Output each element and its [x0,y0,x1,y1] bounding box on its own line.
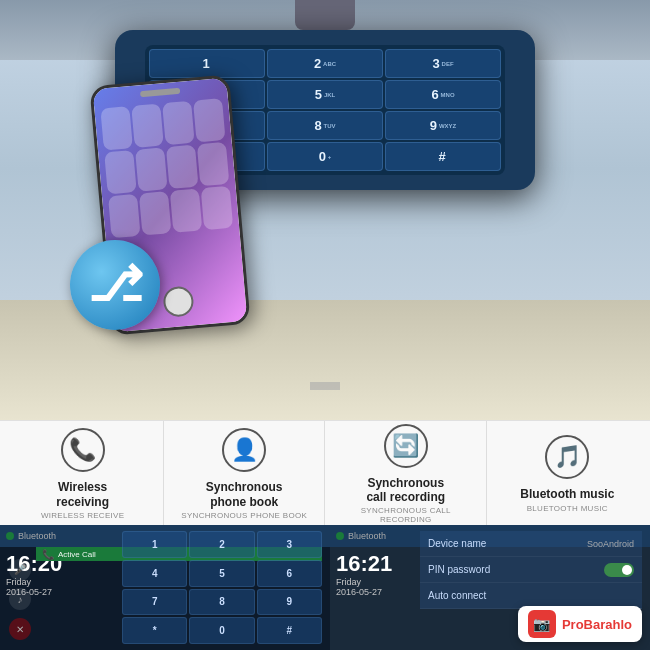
bl-dial-key: 8 [189,589,254,616]
call-bar-text: Active Call [58,550,96,559]
call-recording-icon: 🔄 [384,424,428,468]
bl-dial-grid: 123456789*0# [122,531,322,644]
feature-subtitle: SYNCHRONOUS PHONE BOOK [181,511,307,520]
feature-text: Synchronousphone book SYNCHRONOUS PHONE … [181,480,307,520]
br-datetime: 16:21 Friday 2016-05-27 [336,551,392,597]
feature-divider [324,421,325,526]
mirror-dial-key: 9WXYZ [385,111,501,140]
phone-app [193,98,226,142]
bl-dial-key: 2 [189,531,254,558]
features-bar: 📞 Wirelessreceiving WIRELESS RECEIVE 👤 S… [0,420,650,525]
bl-dial-key: 6 [257,560,322,587]
bl-dial-key: 0 [189,617,254,644]
feature-title: Synchronousphone book [181,480,307,509]
br-day: Friday [336,577,392,587]
feature-divider [486,421,487,526]
mirror-dial-key: 8TUV [267,111,383,140]
phone-app [162,101,195,145]
feature-item-wireless-receiving: 📞 Wirelessreceiving WIRELESS RECEIVE [18,426,148,520]
feature-icon-wrap: 📞 [59,426,107,474]
feature-subtitle: SYNCHRONOUS CALL RECORDING [341,506,471,524]
feature-item-phone-book: 👤 Synchronousphone book SYNCHRONOUS PHON… [179,426,309,520]
bl-end-icon: ✕ [9,618,31,640]
feature-text: Bluetooth music BLUETOOTH MUSIC [520,487,614,512]
feature-item-bluetooth-music: 🎵 Bluetooth music BLUETOOTH MUSIC [502,433,632,512]
bluetooth-symbol: ⎇ [88,261,143,309]
toggle-dot [622,565,632,575]
bluetooth-icon: ⎇ [70,240,160,330]
bl-dial-key: 7 [122,589,187,616]
feature-text: Synchronouscall recording SYNCHRONOUS CA… [341,476,471,525]
feature-item-call-recording: 🔄 Synchronouscall recording SYNCHRONOUS … [341,422,471,525]
setting-value: SooAndroid [587,539,634,549]
top-section: 12ABC3DEF4GHI5JKL6MNO7PQRS8TUV9WXYZ*0+# … [0,0,650,420]
bluetooth-circle: ⎇ [70,240,160,330]
mirror-mount [295,0,355,30]
road-line [310,382,340,390]
feature-text: Wirelessreceiving WIRELESS RECEIVE [41,480,125,520]
bl-dial-key: 5 [189,560,254,587]
bottom-right-panel: Bluetooth 16:21 Friday 2016-05-27 Device… [330,525,650,650]
feature-icon-wrap: 🔄 [382,422,430,470]
bl-dial-key: 4 [122,560,187,587]
phone-app [139,191,172,235]
mirror-dial-key: 3DEF [385,49,501,78]
setting-label: Device name [428,538,581,549]
bl-dial-key: # [257,617,322,644]
phone-app [170,188,203,232]
bl-dial-key: 1 [122,531,187,558]
mirror-dial-key: 0+ [267,142,383,171]
pro-text: ProBarahlo [562,617,632,632]
bl-dial-key: * [122,617,187,644]
mirror-dial-key: 5JKL [267,80,383,109]
feature-divider [163,421,164,526]
bl-music-icon: ♪ [9,588,31,610]
phone-app [108,194,141,238]
feature-subtitle: BLUETOOTH MUSIC [520,504,614,513]
bluetooth-music-icon: 🎵 [545,435,589,479]
toggle-switch[interactable] [604,563,634,577]
mirror-dial-key: # [385,142,501,171]
phone-app [201,186,234,230]
setting-label: PIN password [428,564,598,575]
br-bluetooth-label: Bluetooth [348,531,386,541]
phone-app [197,142,230,186]
pro-badge: 📷 ProBarahlo [518,606,642,642]
setting-row-pin-password[interactable]: PIN password [420,557,642,583]
phone-app [166,145,199,189]
br-date: 2016-05-27 [336,587,392,597]
phone-app [135,147,168,191]
feature-title: Synchronouscall recording [341,476,471,505]
mirror-dial-key: 2ABC [267,49,383,78]
mirror-dial-key: 6MNO [385,80,501,109]
feature-icon-wrap: 👤 [220,426,268,474]
bottom-left-panel: Bluetooth 16:20 Friday 2016-05-27 📞 Acti… [0,525,330,650]
bl-dial-key: 3 [257,531,322,558]
bl-mic-icon: 🎤 [9,559,31,581]
feature-icon-wrap: 🎵 [543,433,591,481]
bluetooth-label: Bluetooth [18,531,56,541]
wireless-receiving-icon: 📞 [61,428,105,472]
feature-title: Bluetooth music [520,487,614,501]
setting-label: Auto connect [428,590,634,601]
br-bt-dot [336,532,344,540]
phone-app [104,150,137,194]
phone-book-icon: 👤 [222,428,266,472]
setting-row-device-name[interactable]: Device nameSooAndroid [420,531,642,557]
bt-dot [6,532,14,540]
feature-title: Wirelessreceiving [41,480,125,509]
br-time: 16:21 [336,551,392,577]
pro-icon: 📷 [528,610,556,638]
call-icon: 📞 [42,549,54,560]
bl-dial-key: 9 [257,589,322,616]
feature-subtitle: WIRELESS RECEIVE [41,511,125,520]
mirror-dial-key: 1 [149,49,265,78]
bottom-section: Bluetooth 16:20 Friday 2016-05-27 📞 Acti… [0,525,650,650]
bl-sidebar: 🎤 ♪ ✕ [6,555,34,644]
phone-app [100,106,133,150]
phone-app [131,103,164,147]
